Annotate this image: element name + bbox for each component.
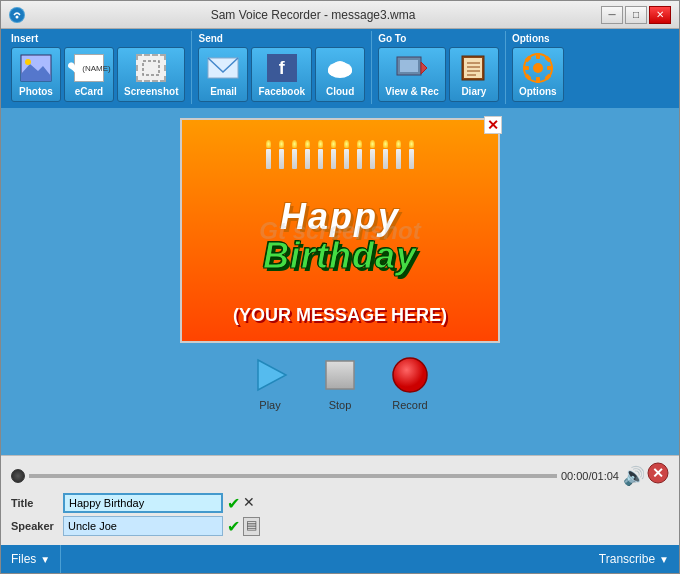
send-buttons: Email f Facebook <box>198 47 365 102</box>
cloud-button[interactable]: Cloud <box>315 47 365 102</box>
goto-label: Go To <box>378 33 406 44</box>
play-label: Play <box>259 399 280 411</box>
status-bar: Files ▼ Transcribe ▼ <box>1 545 679 573</box>
speaker-field-actions: ✔ ▤ <box>227 517 260 536</box>
viewrec-icon <box>396 52 428 84</box>
screenshot-icon <box>135 52 167 84</box>
candle-12 <box>409 140 414 169</box>
speaker-image-button[interactable]: ▤ <box>243 517 260 536</box>
candle-3 <box>292 140 297 169</box>
candle-6 <box>331 140 336 169</box>
progress-track[interactable] <box>29 474 557 478</box>
toolbar: Insert Photos ❤(NAME) <box>1 29 679 108</box>
close-button[interactable]: ✕ <box>649 6 671 24</box>
facebook-label: Facebook <box>258 86 305 97</box>
facebook-button[interactable]: f Facebook <box>251 47 312 102</box>
svg-point-21 <box>533 63 543 73</box>
candle-5 <box>318 140 323 169</box>
options-buttons: Options <box>512 47 564 102</box>
facebook-icon: f <box>266 52 298 84</box>
candle-11 <box>396 140 401 169</box>
progress-thumb[interactable] <box>11 469 25 483</box>
title-cancel-button[interactable]: ✕ <box>243 494 255 513</box>
diary-label: Diary <box>461 86 486 97</box>
title-bar: Sam Voice Recorder - message3.wma ─ □ ✕ <box>1 1 679 29</box>
transcribe-dropdown-icon: ▼ <box>659 554 669 565</box>
svg-rect-22 <box>536 53 540 59</box>
candle-7 <box>344 140 349 169</box>
ecard-label: eCard <box>75 86 103 97</box>
options-label: Options <box>512 33 550 44</box>
photos-label: Photos <box>19 86 53 97</box>
birthday-text: Birthday <box>263 236 417 276</box>
toolbar-section-insert: Insert Photos ❤(NAME) <box>5 31 192 104</box>
send-label: Send <box>198 33 222 44</box>
ecard-button[interactable]: ❤(NAME) eCard <box>64 47 114 102</box>
speaker-confirm-button[interactable]: ✔ <box>227 517 240 536</box>
candle-4 <box>305 140 310 169</box>
candle-9 <box>370 140 375 169</box>
insert-label: Insert <box>11 33 38 44</box>
toolbar-section-options: Options <box>506 31 570 104</box>
svg-point-1 <box>16 15 19 18</box>
photo-icon <box>20 52 52 84</box>
photos-button[interactable]: Photos <box>11 47 61 102</box>
card-preview-wrapper: ✕ Hap <box>180 118 500 343</box>
candle-2 <box>279 140 284 169</box>
happy-text: Happy <box>263 197 417 237</box>
minimize-button[interactable]: ─ <box>601 6 623 24</box>
files-label: Files <box>11 552 36 566</box>
email-icon <box>207 52 239 84</box>
svg-marker-13 <box>421 62 427 74</box>
viewrec-label: View & Rec <box>385 86 439 97</box>
progress-bar-row: 00:00/01:04 🔊 ✕ <box>11 462 669 489</box>
options-icon <box>522 52 554 84</box>
svg-rect-31 <box>326 361 354 389</box>
svg-point-4 <box>25 59 31 65</box>
svg-rect-6 <box>208 58 238 78</box>
delete-icon[interactable]: ✕ <box>647 462 669 489</box>
viewrec-button[interactable]: View & Rec <box>378 47 446 102</box>
title-field-actions: ✔ ✕ <box>227 494 255 513</box>
speaker-icon[interactable]: 🔊 <box>623 465 645 487</box>
card-close-button[interactable]: ✕ <box>484 116 502 134</box>
options-btn-label: Options <box>519 86 557 97</box>
message-text: (YOUR MESSAGE HERE) <box>223 304 457 327</box>
speaker-field-row: Speaker ✔ ▤ <box>11 516 669 536</box>
diary-icon <box>458 52 490 84</box>
files-dropdown-icon: ▼ <box>40 554 50 565</box>
diary-button[interactable]: Diary <box>449 47 499 102</box>
email-label: Email <box>210 86 237 97</box>
svg-point-32 <box>393 358 427 392</box>
card-preview: Happy Birthday (YOUR MESSAGE HERE) Gt sc… <box>180 118 500 343</box>
cloud-icon <box>324 52 356 84</box>
happy-birthday-text: Happy Birthday <box>263 197 417 276</box>
options-button[interactable]: Options <box>512 47 564 102</box>
window-title: Sam Voice Recorder - message3.wma <box>25 8 601 22</box>
screenshot-button[interactable]: Screenshot <box>117 47 185 102</box>
insert-buttons: Photos ❤(NAME) eCard <box>11 47 185 102</box>
candle-1 <box>266 140 271 169</box>
stop-button[interactable]: Stop <box>320 355 360 411</box>
svg-marker-30 <box>258 360 286 390</box>
title-input[interactable] <box>63 493 223 513</box>
speaker-input[interactable] <box>63 516 223 536</box>
stop-label: Stop <box>329 399 352 411</box>
svg-rect-24 <box>523 66 529 70</box>
time-display: 00:00/01:04 <box>561 470 623 482</box>
play-button[interactable]: Play <box>250 355 290 411</box>
title-confirm-button[interactable]: ✔ <box>227 494 240 513</box>
email-button[interactable]: Email <box>198 47 248 102</box>
maximize-button[interactable]: □ <box>625 6 647 24</box>
record-button[interactable]: Record <box>390 355 430 411</box>
candles-row-top <box>266 134 414 169</box>
files-menu[interactable]: Files ▼ <box>1 545 61 573</box>
progress-right: 00:00/01:04 🔊 ✕ <box>561 462 669 489</box>
svg-rect-23 <box>536 77 540 83</box>
svg-point-0 <box>10 8 24 22</box>
app-icon <box>9 7 25 23</box>
candle-8 <box>357 140 362 169</box>
title-field-row: Title ✔ ✕ <box>11 493 669 513</box>
transcribe-menu[interactable]: Transcribe ▼ <box>589 545 679 573</box>
ecard-icon: ❤(NAME) <box>73 52 105 84</box>
